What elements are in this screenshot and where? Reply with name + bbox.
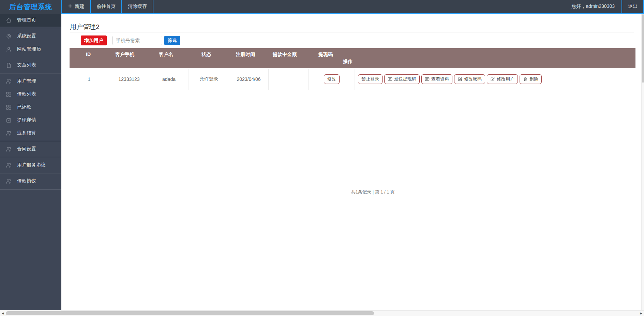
sidebar-item-label: 业务结算 <box>17 130 36 136</box>
sidebar-item-label: 提现详情 <box>17 117 36 123</box>
sidebar-item-label: 借款列表 <box>17 91 36 97</box>
modify-user-button[interactable]: 修改用户 <box>487 74 518 84</box>
nav-item-label: 清除缓存 <box>128 3 147 10</box>
sidebar-item-label: 已还款 <box>17 104 31 110</box>
sidebar-item-label: 用户服务协议 <box>17 162 46 168</box>
bag-icon <box>5 117 12 123</box>
users-icon <box>5 130 12 136</box>
home-icon <box>5 17 12 23</box>
user-greeting: 您好，admin230303 <box>565 0 621 13</box>
scroll-left-arrow[interactable]: ◀ <box>0 311 6 316</box>
column-header-status: 状态 <box>201 52 211 58</box>
grid-icon <box>5 91 12 97</box>
column-header-withdraw-code: 提现码 <box>318 52 333 58</box>
view-profile-button[interactable]: 查看资料 <box>421 74 452 84</box>
column-header-name: 客户名 <box>159 52 173 58</box>
action-label: 修改密码 <box>464 76 482 82</box>
pagination-status: 共1条记录 | 第 1 / 1 页 <box>351 189 395 195</box>
sidebar-item-system-settings[interactable]: 系统设置 <box>0 30 61 43</box>
nav-item-label: 新建 <box>75 3 84 10</box>
sidebar-item-user-management[interactable]: 用户管理 <box>0 75 61 88</box>
cell-name: adada <box>149 69 189 90</box>
logout-button[interactable]: 退出 <box>622 0 643 13</box>
plus-icon <box>68 4 72 9</box>
action-label: 发送提现码 <box>394 76 416 82</box>
users-icon <box>5 162 12 168</box>
sidebar-divider <box>0 157 61 157</box>
page-title: 用户管理2 <box>70 23 100 31</box>
column-header-registered: 注册时间 <box>236 52 255 58</box>
topnav-right: 您好，admin230303 退出 <box>565 0 644 13</box>
sidebar-divider <box>0 73 61 73</box>
cell-status: 允许登录 <box>189 69 229 90</box>
forbid-login-button[interactable]: 禁止登录 <box>358 74 383 84</box>
sidebar-divider <box>0 57 61 57</box>
card-icon <box>425 77 430 82</box>
sidebar-item-label: 网站管理员 <box>17 46 41 52</box>
filter-button[interactable]: 筛选 <box>164 36 180 45</box>
sidebar-divider <box>0 189 61 189</box>
sidebar-item-label: 系统设置 <box>17 33 36 39</box>
sidebar-item-label: 合同设置 <box>17 146 36 152</box>
send-withdraw-code-button[interactable]: 发送提现码 <box>384 74 420 84</box>
nav-item-go-home[interactable]: 前往首页 <box>91 0 121 13</box>
delete-button[interactable]: 删除 <box>520 74 542 84</box>
cell-withdraw-code: 修改 <box>309 69 355 90</box>
sidebar-item-loan-list[interactable]: 借款列表 <box>0 88 61 101</box>
horizontal-scrollbar-thumb[interactable] <box>6 311 374 315</box>
edit-icon <box>458 77 462 82</box>
sidebar-item-withdrawal-details[interactable]: 提现详情 <box>0 114 61 127</box>
cell-id: 1 <box>70 69 109 90</box>
admin-app: 后台管理系统 新建 前往首页 清除缓存 您好，admin230303 <box>0 0 644 316</box>
sidebar-divider <box>0 173 61 173</box>
table-row: 1 12333123 adada 允许登录 2023/04/06 修改 禁止登录… <box>70 69 635 90</box>
add-user-button[interactable]: 增加用户 <box>81 35 107 45</box>
user-icon <box>5 46 12 52</box>
sidebar-divider <box>0 141 61 141</box>
nav-item-new[interactable]: 新建 <box>62 0 90 13</box>
users-icon <box>5 178 12 184</box>
table-header: ID 客户手机 客户名 状态 注册时间 提款中金额 提现码 操作 <box>70 48 635 68</box>
sidebar: 管理首页 系统设置 网站管理员 文章列表 用户管理 <box>0 14 61 310</box>
vertical-scrollbar[interactable] <box>641 14 644 310</box>
trash-icon <box>523 77 528 82</box>
topbar: 后台管理系统 新建 前往首页 清除缓存 您好，admin230303 <box>0 0 644 14</box>
sidebar-item-business-settlement[interactable]: 业务结算 <box>0 127 61 140</box>
topnav: 新建 前往首页 清除缓存 您好，admin230303 退出 <box>61 0 644 14</box>
app-logo: 后台管理系统 <box>0 0 61 14</box>
logout-label: 退出 <box>628 3 638 10</box>
sidebar-item-repaid[interactable]: 已还款 <box>0 101 61 114</box>
column-header-withdrawing-amount: 提款中金额 <box>273 52 297 58</box>
sidebar-item-article-list[interactable]: 文章列表 <box>0 59 61 72</box>
cell-phone: 12333123 <box>109 69 149 90</box>
scroll-right-arrow[interactable]: ▶ <box>638 311 644 316</box>
sidebar-item-user-service-agreement[interactable]: 用户服务协议 <box>0 159 61 172</box>
sidebar-item-contract-settings[interactable]: 合同设置 <box>0 143 61 156</box>
cell-withdrawing-amount <box>269 69 309 90</box>
main-content: 用户管理2 增加用户 筛选 ID 客户手机 客户名 状态 注册时间 提款中金额 … <box>61 14 641 310</box>
sidebar-item-site-admin[interactable]: 网站管理员 <box>0 43 61 56</box>
file-icon <box>5 62 12 68</box>
cell-actions: 禁止登录 发送提现码 查看资料 修改密码 修改用户 <box>355 69 635 90</box>
title-divider <box>70 32 634 32</box>
cell-registered: 2023/04/06 <box>229 69 269 90</box>
nav-item-clear-cache[interactable]: 清除缓存 <box>122 0 153 13</box>
vertical-scrollbar-thumb[interactable] <box>642 14 644 83</box>
horizontal-scrollbar[interactable]: ◀ ▶ <box>0 310 644 316</box>
column-header-phone: 客户手机 <box>115 52 134 58</box>
sidebar-item-loan-agreement[interactable]: 借款协议 <box>0 175 61 188</box>
column-header-actions: 操作 <box>343 59 353 65</box>
gear-icon <box>5 33 12 39</box>
change-password-button[interactable]: 修改密码 <box>454 74 485 84</box>
phone-search-input[interactable] <box>113 36 162 45</box>
nav-item-label: 前往首页 <box>96 3 116 10</box>
action-label: 修改用户 <box>497 76 514 82</box>
action-label: 查看资料 <box>431 76 449 82</box>
card-icon <box>388 77 392 82</box>
sidebar-item-label: 管理首页 <box>17 17 36 23</box>
users-icon <box>5 78 12 84</box>
sidebar-item-label: 用户管理 <box>17 78 36 84</box>
action-label: 禁止登录 <box>361 76 379 82</box>
modify-code-button[interactable]: 修改 <box>324 74 340 84</box>
sidebar-item-admin-home[interactable]: 管理首页 <box>0 14 61 27</box>
